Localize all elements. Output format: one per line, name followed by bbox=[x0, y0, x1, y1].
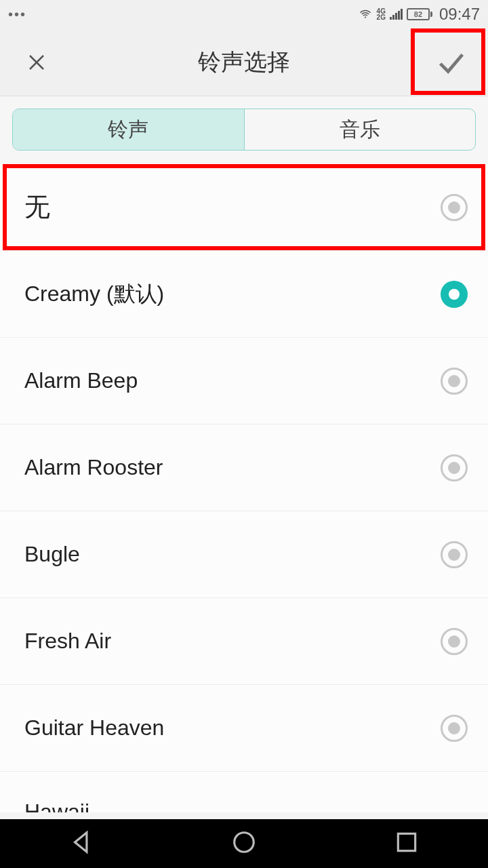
radio-button[interactable] bbox=[441, 194, 468, 221]
tab-music[interactable]: 音乐 bbox=[244, 109, 476, 150]
ringtone-row[interactable]: Creamy (默认) bbox=[0, 251, 488, 338]
back-icon bbox=[68, 829, 94, 855]
annotation-highlight bbox=[3, 164, 485, 250]
radio-button[interactable] bbox=[441, 454, 468, 481]
ringtone-row[interactable]: Alarm Rooster bbox=[0, 425, 488, 511]
status-bar: ••• 4G 2G 82 09:47 bbox=[0, 0, 488, 28]
ringtone-row[interactable]: Guitar Heaven bbox=[0, 685, 488, 772]
system-navbar bbox=[0, 819, 488, 868]
network-label: 4G 2G bbox=[377, 8, 386, 20]
radio-button[interactable] bbox=[441, 281, 468, 308]
ringtone-label: Alarm Beep bbox=[24, 368, 138, 393]
clock: 09:47 bbox=[439, 5, 480, 24]
signal-icon bbox=[390, 9, 403, 20]
recent-button[interactable] bbox=[394, 829, 420, 858]
ringtone-label: Creamy (默认) bbox=[24, 279, 164, 309]
ringtone-row[interactable]: Alarm Beep bbox=[0, 338, 488, 425]
ringtone-row[interactable]: Hawaii bbox=[0, 772, 488, 812]
ringtone-label: Guitar Heaven bbox=[24, 715, 164, 741]
home-icon bbox=[231, 829, 257, 855]
home-button[interactable] bbox=[231, 829, 257, 858]
ringtone-row[interactable]: Bugle bbox=[0, 511, 488, 598]
recent-icon bbox=[394, 829, 420, 855]
wifi-icon bbox=[358, 8, 373, 20]
check-icon bbox=[435, 47, 466, 78]
close-button[interactable] bbox=[20, 46, 53, 79]
page-title: 铃声选择 bbox=[198, 47, 290, 78]
svg-point-0 bbox=[364, 16, 365, 18]
radio-button[interactable] bbox=[441, 715, 468, 742]
header: 铃声选择 bbox=[0, 28, 488, 96]
ringtone-list: 无Creamy (默认)Alarm BeepAlarm RoosterBugle… bbox=[0, 164, 488, 812]
tab-ringtone[interactable]: 铃声 bbox=[13, 109, 244, 150]
more-icon: ••• bbox=[8, 7, 26, 22]
radio-button[interactable] bbox=[441, 628, 468, 655]
radio-button[interactable] bbox=[441, 368, 468, 395]
ringtone-label: 无 bbox=[24, 190, 50, 224]
confirm-button[interactable] bbox=[413, 28, 488, 96]
radio-button[interactable] bbox=[441, 541, 468, 568]
ringtone-label: Alarm Rooster bbox=[24, 455, 163, 480]
back-button[interactable] bbox=[68, 829, 94, 858]
svg-rect-2 bbox=[398, 833, 415, 850]
tabs: 铃声音乐 bbox=[0, 96, 488, 164]
battery-icon: 82 bbox=[407, 8, 432, 20]
ringtone-row[interactable]: 无 bbox=[0, 164, 488, 251]
svg-point-1 bbox=[235, 833, 254, 852]
ringtone-label: Bugle bbox=[24, 542, 80, 567]
ringtone-label: Hawaii bbox=[24, 800, 89, 812]
ringtone-label: Fresh Air bbox=[24, 629, 111, 654]
close-icon bbox=[26, 52, 47, 73]
ringtone-row[interactable]: Fresh Air bbox=[0, 598, 488, 685]
